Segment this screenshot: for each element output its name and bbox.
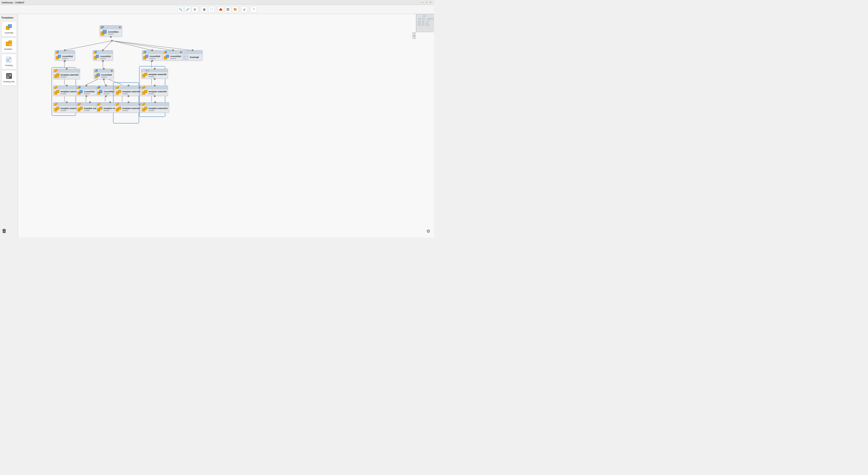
node-tm8-dot-top <box>154 68 156 70</box>
svg-rect-62 <box>185 51 186 53</box>
node-assembly7[interactable]: Assembly7 Default <box>96 86 116 96</box>
svg-rect-132 <box>423 18 425 20</box>
svg-rect-133 <box>428 18 429 20</box>
grid-button[interactable]: ⊞ <box>192 6 198 13</box>
file-button[interactable]: 📄 <box>208 6 215 13</box>
node-assembly7-body: Assembly7 Default <box>96 89 116 96</box>
gear-button[interactable]: ⚙ <box>426 229 430 234</box>
svg-rect-142 <box>418 24 421 26</box>
layout-button[interactable]: ▦ <box>201 6 207 13</box>
node-assembly7-dot <box>105 95 107 97</box>
svg-rect-1 <box>8 24 12 28</box>
node-assembly4-sub: Default <box>100 57 111 59</box>
node-tm8-dot <box>154 78 156 80</box>
node-assembly5-dot-top <box>103 68 105 70</box>
sidebar-bottom: 🗑 <box>2 228 7 234</box>
node-tm5-body: template material5 Default <box>115 89 142 96</box>
svg-rect-42 <box>103 30 106 33</box>
node-assembly2-dot-top <box>64 49 66 51</box>
close-button[interactable]: × <box>429 1 432 4</box>
svg-marker-40 <box>119 26 121 29</box>
node-assembly7-dot-top <box>105 85 107 86</box>
node-drawing6-name: Drawing6 <box>190 56 199 58</box>
node-assembly1-dot <box>110 36 112 38</box>
svg-rect-130 <box>423 15 426 17</box>
node-assembly4-texts: Assembly4 Default <box>100 55 111 59</box>
sidebar-item-assembly[interactable]: Assembly <box>1 21 17 37</box>
svg-rect-59 <box>166 55 169 58</box>
node-tm9-body: template material9 Default <box>141 89 168 96</box>
search2-button[interactable]: 🔎 <box>185 6 191 13</box>
node-assembly5-name: Assembly5 <box>101 74 112 76</box>
print-button[interactable]: 🖨 <box>241 6 248 13</box>
svg-rect-136 <box>418 21 421 22</box>
node-template-material4[interactable]: template material4 Default <box>53 102 80 113</box>
template-icon <box>6 40 12 48</box>
node-assembly1-texts: Assembly1 Default <box>108 31 119 35</box>
node-assembly5[interactable]: Assembly5 Default <box>94 69 114 80</box>
connections-svg <box>18 14 434 237</box>
collapse-handle[interactable]: ◂ <box>412 32 416 39</box>
svg-rect-138 <box>418 23 421 24</box>
svg-rect-64 <box>185 53 186 53</box>
node-assembly6-texts: Assembly6 Default <box>84 90 95 95</box>
node-assembly5-texts: Assembly5 Default <box>101 74 112 78</box>
toolbar: 🔍 🔎 ⊞ ▦ 📄 📤 🖼 🎨 🖨 ? <box>0 5 434 14</box>
minimap <box>416 14 434 32</box>
svg-point-33 <box>111 40 113 41</box>
node-tm4-texts: template material4 Default <box>61 107 79 112</box>
node-template-material3[interactable]: template material3 Default <box>53 86 80 96</box>
node-tm2-name: template material2 <box>61 74 79 76</box>
svg-rect-135 <box>432 18 434 20</box>
help-button[interactable]: ? <box>251 6 257 13</box>
node-template-material9[interactable]: template material9 Default <box>141 86 168 96</box>
node-template-material2[interactable]: template material2 Default <box>53 69 80 80</box>
node-assembly9[interactable]: Assembly9 Default <box>163 50 183 61</box>
export-button[interactable]: 📤 <box>218 6 224 13</box>
minimize-button[interactable]: — <box>421 1 424 4</box>
existing-file-label: Existing File <box>3 81 14 83</box>
sidebar-item-template[interactable]: template... <box>1 37 17 53</box>
node-assembly2-name: Assembly2 <box>62 55 73 57</box>
sidebar: Templates Assembly template... <box>0 14 18 237</box>
drawing-icon <box>6 57 12 64</box>
canvas[interactable]: Assembly1 Default Assembly2 Default <box>18 14 434 237</box>
node-tm10-name: template material10 <box>149 107 167 110</box>
node-assembly6-name: Assembly6 <box>84 90 95 93</box>
svg-rect-89 <box>79 86 81 88</box>
svg-rect-141 <box>427 21 429 22</box>
node-assembly2[interactable]: Assembly2 Default <box>55 50 75 61</box>
node-tm8-body: template material8 Default <box>141 72 168 79</box>
node-tm5-dot-top <box>128 85 129 86</box>
sidebar-title: Templates <box>0 16 18 19</box>
sidebar-item-existing[interactable]: Existing File <box>1 70 17 86</box>
image-button[interactable]: 🖼 <box>225 6 231 13</box>
node-assembly2-texts: Assembly2 Default <box>62 55 73 59</box>
node-assembly1[interactable]: Assembly1 Default <box>99 25 122 37</box>
search-button[interactable]: 🔍 <box>177 6 184 13</box>
sidebar-item-drawing[interactable]: Drawing <box>1 54 17 69</box>
node-drawing6[interactable]: Drawing6 <box>182 50 203 61</box>
trash-button[interactable]: 🗑 <box>2 228 7 234</box>
svg-rect-48 <box>95 51 97 53</box>
svg-rect-145 <box>427 24 429 26</box>
svg-rect-74 <box>57 76 59 78</box>
node-template-material8[interactable]: 1 template material8 Default <box>141 69 168 79</box>
node-tm11-dot-top <box>109 101 111 103</box>
color-button[interactable]: 🎨 <box>232 6 238 13</box>
svg-rect-113 <box>118 107 121 110</box>
node-template-material10[interactable]: template material10 Default <box>141 102 169 113</box>
svg-rect-129 <box>145 107 147 110</box>
maximize-button[interactable]: □ <box>425 1 428 4</box>
svg-marker-98 <box>138 86 141 89</box>
node-template-material5[interactable]: template material5 Default <box>115 86 142 96</box>
node-template-material6[interactable]: template material6 Default <box>115 102 142 113</box>
svg-rect-11 <box>7 74 9 76</box>
svg-marker-119 <box>146 70 147 71</box>
svg-line-16 <box>103 41 112 50</box>
node-assembly6[interactable]: Assembly6 Default <box>76 86 96 96</box>
svg-line-15 <box>64 41 112 50</box>
node-assembly8[interactable]: Assembly8 Default <box>142 50 162 61</box>
node-tm4-body: template material4 Default <box>53 106 80 113</box>
node-assembly4[interactable]: Assembly4 Default <box>93 50 113 61</box>
